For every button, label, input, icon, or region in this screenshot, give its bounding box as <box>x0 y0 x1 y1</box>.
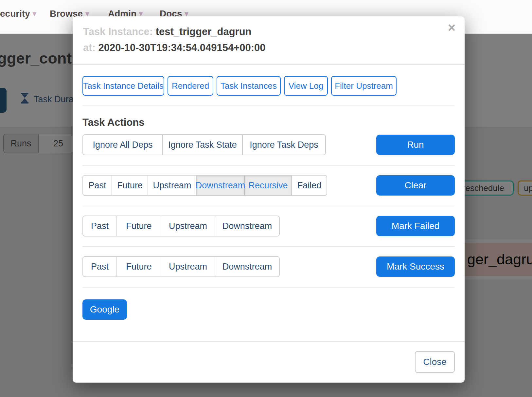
future-toggle[interactable]: Future <box>112 176 148 195</box>
downstream-toggle[interactable]: Downstream <box>215 216 279 236</box>
divider <box>82 105 455 106</box>
ignore-task-state-toggle[interactable]: Ignore Task State <box>163 135 243 155</box>
run-button[interactable]: Run <box>376 135 455 155</box>
divider <box>82 246 455 247</box>
task-instance-modal: Task Instance: test_trigger_dagrun at: 2… <box>73 16 465 383</box>
clear-options-group: Past Future Upstream Downstream Recursiv… <box>82 175 327 196</box>
future-toggle[interactable]: Future <box>117 216 161 236</box>
modal-title-line1: Task Instance: test_trigger_dagrun <box>83 24 454 40</box>
mark-success-action-row: Past Future Upstream Downstream Mark Suc… <box>82 256 455 277</box>
clear-button[interactable]: Clear <box>376 175 455 196</box>
mark-success-options-group: Past Future Upstream Downstream <box>82 256 280 277</box>
modal-header: Task Instance: test_trigger_dagrun at: 2… <box>73 16 465 65</box>
divider <box>82 165 455 166</box>
rendered-button[interactable]: Rendered <box>168 76 213 96</box>
task-instance-details-button[interactable]: Task Instance Details <box>82 76 164 96</box>
modal-body: Task Instance Details Rendered Task Inst… <box>73 76 465 320</box>
downstream-toggle[interactable]: Downstream <box>215 257 279 276</box>
past-toggle[interactable]: Past <box>83 176 112 195</box>
mark-failed-options-group: Past Future Upstream Downstream <box>82 216 280 236</box>
divider <box>82 287 455 288</box>
run-action-row: Ignore All Deps Ignore Task State Ignore… <box>82 134 455 155</box>
title-prefix: Task Instance: <box>83 26 153 37</box>
modal-footer: Close <box>73 341 465 383</box>
upstream-toggle[interactable]: Upstream <box>161 216 215 236</box>
task-name: test_trigger_dagrun <box>156 26 252 37</box>
recursive-toggle-active[interactable]: Recursive <box>245 176 292 195</box>
close-icon[interactable]: × <box>448 21 455 34</box>
divider <box>82 206 455 206</box>
ignore-all-deps-toggle[interactable]: Ignore All Deps <box>83 135 163 155</box>
execution-timestamp: 2020-10-30T19:34:54.049154+00:00 <box>98 42 266 53</box>
mark-failed-action-row: Past Future Upstream Downstream Mark Fai… <box>82 216 455 236</box>
mark-success-button[interactable]: Mark Success <box>376 256 455 277</box>
task-instances-button[interactable]: Task Instances <box>217 76 281 96</box>
past-toggle[interactable]: Past <box>83 257 117 276</box>
ignore-options-group: Ignore All Deps Ignore Task State Ignore… <box>82 134 326 155</box>
ignore-task-deps-toggle[interactable]: Ignore Task Deps <box>243 135 325 155</box>
clear-action-row: Past Future Upstream Downstream Recursiv… <box>82 175 455 196</box>
close-button[interactable]: Close <box>415 351 455 373</box>
view-log-button[interactable]: View Log <box>284 76 328 96</box>
task-actions-heading: Task Actions <box>82 117 455 128</box>
modal-title-line2: at: 2020-10-30T19:34:54.049154+00:00 <box>83 40 454 56</box>
past-toggle[interactable]: Past <box>83 216 117 236</box>
upstream-toggle[interactable]: Upstream <box>148 176 197 195</box>
future-toggle[interactable]: Future <box>117 257 161 276</box>
chevron-down-icon: ▾ <box>33 9 36 18</box>
mark-failed-button[interactable]: Mark Failed <box>376 216 455 236</box>
upstream-toggle[interactable]: Upstream <box>161 257 215 276</box>
filter-upstream-button[interactable]: Filter Upstream <box>331 76 397 96</box>
downstream-toggle-active[interactable]: Downstream <box>197 176 245 195</box>
failed-toggle[interactable]: Failed <box>292 176 327 195</box>
nav-item-security[interactable]: ecurity ▾ <box>0 9 36 19</box>
google-button[interactable]: Google <box>82 299 127 320</box>
detail-links-row: Task Instance Details Rendered Task Inst… <box>82 76 455 96</box>
at-prefix: at: <box>83 42 96 53</box>
